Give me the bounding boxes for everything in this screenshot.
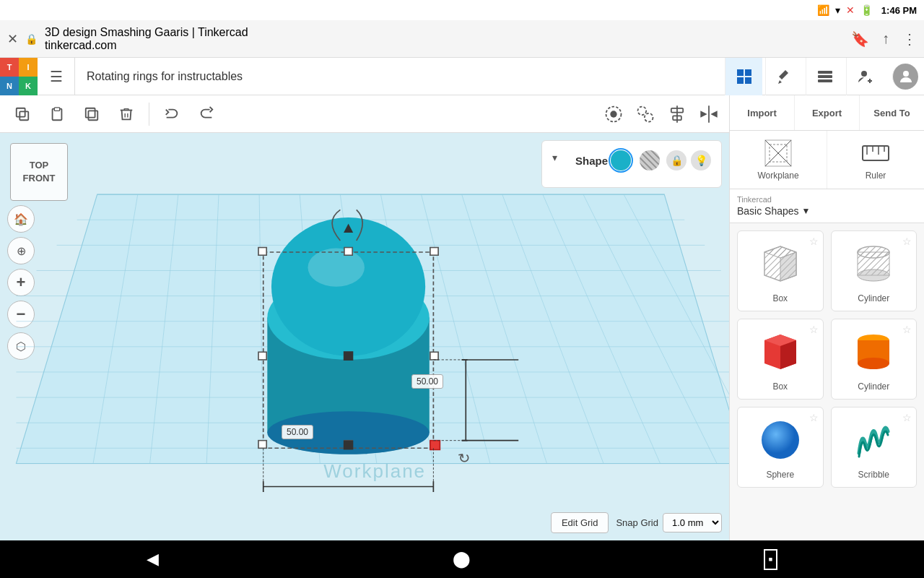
svg-rect-4 xyxy=(818,71,832,74)
logo-i: I xyxy=(19,58,38,77)
dimension-width-label: 50.00 xyxy=(282,425,313,439)
svg-point-16 xyxy=(610,111,616,117)
right-panel-actions: Import Export Send To xyxy=(730,95,924,131)
header-right-buttons xyxy=(725,58,924,95)
avatar-icon xyxy=(897,68,915,85)
cylinder-solid-icon xyxy=(848,327,899,377)
home-button[interactable]: ⬤ xyxy=(453,550,471,569)
design-title: Rotating rings for instructables xyxy=(75,70,725,83)
shape-panel: ▾ Shape 🔒 💡 xyxy=(541,140,722,188)
svg-rect-6 xyxy=(818,79,832,82)
group-button[interactable] xyxy=(601,101,627,127)
solid-shape-option[interactable] xyxy=(609,148,633,173)
redo-icon xyxy=(199,106,214,122)
bookmark-button[interactable]: 🔖 xyxy=(851,30,869,48)
scribble-label: Scribble xyxy=(858,470,889,480)
status-time: 1:46 PM xyxy=(881,5,917,16)
light-shape-button[interactable]: 💡 xyxy=(691,150,711,171)
browser-close-button[interactable]: ✕ xyxy=(7,31,18,47)
svg-rect-67 xyxy=(344,441,353,450)
snap-grid-label: Snap Grid xyxy=(616,517,658,528)
hole-indicator xyxy=(640,150,660,171)
hole-shape-option[interactable] xyxy=(637,148,662,173)
more-options-button[interactable]: ⋮ xyxy=(902,30,917,48)
workplane-label: Workplane xyxy=(757,171,798,181)
lock-shape-button[interactable]: 🔒 xyxy=(666,150,687,171)
ungroup-button[interactable] xyxy=(632,101,658,127)
shape-cylinder-solid[interactable]: ☆ Cylinder xyxy=(831,319,918,400)
user-avatar[interactable] xyxy=(892,64,918,90)
right-panel: Import Export Send To Workplane xyxy=(729,95,924,540)
svg-rect-1 xyxy=(745,69,751,76)
svg-point-17 xyxy=(638,106,647,115)
paste-icon xyxy=(49,106,65,122)
svg-rect-63 xyxy=(258,441,266,449)
back-button[interactable]: ◀ xyxy=(147,550,159,569)
main-toolbar xyxy=(0,95,729,133)
copy-button[interactable] xyxy=(7,99,38,129)
workplane-icon xyxy=(764,139,793,168)
viewport[interactable]: TOP FRONT 🏠 ⊕ + − ⬡ Workplane xyxy=(0,95,729,540)
svg-point-56 xyxy=(308,249,365,287)
shapes-category: Tinkercad xyxy=(737,195,917,204)
shapes-collection-dropdown[interactable]: Basic Shapes ▼ xyxy=(737,205,917,217)
undo-button[interactable] xyxy=(157,99,187,129)
svg-point-104 xyxy=(858,358,889,369)
bottom-controls: Edit Grid Snap Grid 1.0 mm 0.5 mm 2.0 mm xyxy=(551,512,722,533)
shape-scribble[interactable]: ☆ Scribble xyxy=(831,407,918,488)
duplicate-icon xyxy=(84,106,100,122)
hammer-button[interactable] xyxy=(765,58,803,95)
layers-button[interactable] xyxy=(806,58,843,95)
shape-panel-toggle[interactable]: ▾ xyxy=(552,152,570,169)
shape-sphere[interactable]: ☆ Sphere xyxy=(737,407,824,488)
align-button[interactable] xyxy=(664,101,690,127)
snap-grid-select[interactable]: 1.0 mm 0.5 mm 2.0 mm xyxy=(663,513,722,532)
import-button[interactable]: Import xyxy=(730,95,795,130)
ungroup-icon xyxy=(635,104,655,124)
delete-button[interactable] xyxy=(111,99,141,129)
edit-grid-button[interactable]: Edit Grid xyxy=(551,512,609,533)
export-button[interactable]: Export xyxy=(795,95,860,130)
sphere-label: Sphere xyxy=(766,470,794,480)
cylinder-solid-label: Cylinder xyxy=(858,381,889,392)
workplane-tool[interactable]: Workplane xyxy=(730,131,827,189)
star-icon: ☆ xyxy=(902,412,912,423)
grid-view-button[interactable] xyxy=(725,58,762,95)
add-user-button[interactable] xyxy=(846,58,884,95)
send-to-button[interactable]: Send To xyxy=(860,95,924,130)
status-bar: 📶 ▾ ✕ 🔋 1:46 PM xyxy=(0,0,924,20)
shape-box-solid[interactable]: ☆ Box xyxy=(737,319,824,400)
shape-box-hole[interactable]: ☆ Box xyxy=(737,230,824,311)
browser-actions: 🔖 ↑ ⋮ xyxy=(851,30,917,48)
svg-point-98 xyxy=(858,269,889,281)
browser-bar: ✕ 🔒 3D design Smashing Gaaris | Tinkerca… xyxy=(0,20,924,58)
sphere-icon xyxy=(755,415,806,465)
svg-rect-2 xyxy=(737,77,744,84)
svg-point-105 xyxy=(762,421,799,459)
ruler-icon xyxy=(861,139,890,168)
app-header: T I N K ☰ Rotating rings for instructabl… xyxy=(0,58,924,95)
chevron-down-icon: ▼ xyxy=(802,206,811,216)
share-button[interactable]: ↑ xyxy=(882,30,889,47)
shape-cylinder-hole[interactable]: ☆ Cylinder xyxy=(831,230,918,311)
mirror-button[interactable] xyxy=(696,101,722,127)
shape-toolbar xyxy=(601,101,722,127)
wifi-icon: ▾ xyxy=(835,4,840,16)
svg-marker-23 xyxy=(700,111,707,117)
tools-icon xyxy=(776,68,793,85)
main-area: TOP FRONT 🏠 ⊕ + − ⬡ Workplane xyxy=(0,95,924,540)
canvas-area[interactable]: TOP FRONT 🏠 ⊕ + − ⬡ Workplane xyxy=(0,133,729,540)
ruler-tool[interactable]: Ruler xyxy=(827,131,924,189)
recents-button[interactable]: ▪ xyxy=(764,549,777,570)
logo-n: N xyxy=(0,77,19,95)
redo-button[interactable] xyxy=(191,99,222,129)
shape-panel-header: ▾ Shape 🔒 💡 xyxy=(552,148,711,173)
shape-panel-title: Shape xyxy=(575,155,609,167)
svg-rect-60 xyxy=(430,248,438,256)
paste-button[interactable] xyxy=(42,99,72,129)
svg-rect-61 xyxy=(258,352,266,360)
svg-rect-58 xyxy=(258,248,266,256)
duplicate-button[interactable] xyxy=(77,99,107,129)
menu-button[interactable]: ☰ xyxy=(38,58,75,95)
svg-rect-5 xyxy=(818,75,832,78)
